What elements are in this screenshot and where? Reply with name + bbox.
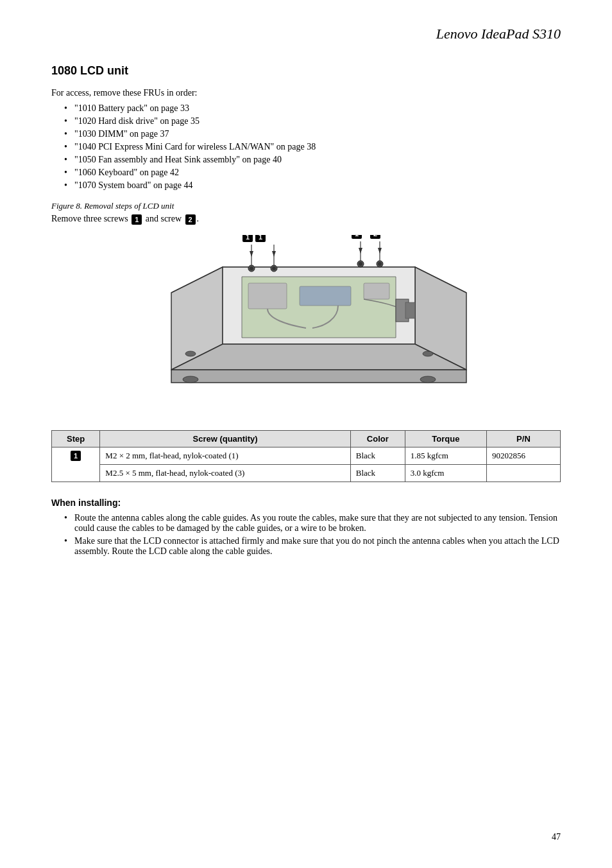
diagram-container: 1 1 1 2 (51, 235, 561, 415)
when-installing-list: Route the antenna cables along the cable… (64, 513, 561, 557)
figure-caption: Figure 8. Removal steps of LCD unit (51, 201, 561, 211)
fru-list: "1010 Battery pack" on page 33 "1020 Har… (64, 103, 561, 191)
table-row-2: M2.5 × 5 mm, flat-head, nylok-coated (3)… (52, 464, 561, 482)
svg-text:2: 2 (373, 235, 377, 238)
col-color: Color (350, 430, 405, 447)
remove-instruction: Remove three screws 1 and screw 2. (51, 214, 561, 225)
page-header-title: Lenovo IdeaPad S310 (436, 26, 561, 42)
col-torque: Torque (405, 430, 486, 447)
pn-1: 90202856 (486, 447, 560, 464)
install-bullet-1: Route the antenna cables along the cable… (64, 513, 561, 534)
color-2: Black (350, 464, 405, 482)
torque-2: 3.0 kgfcm (405, 464, 486, 482)
torque-1: 1.85 kgfcm (405, 447, 486, 464)
list-item: "1030 DIMM" on page 37 (64, 129, 561, 139)
pn-2 (486, 464, 560, 482)
svg-marker-20 (250, 251, 253, 257)
intro-text: For access, remove these FRUs in order: (51, 88, 561, 98)
screw-table: Step Screw (quantity) Color Torque P/N 1… (51, 430, 561, 482)
svg-point-17 (378, 262, 382, 266)
list-item: "1010 Battery pack" on page 33 (64, 103, 561, 114)
step-cell: 1 (52, 447, 100, 482)
list-item: "1040 PCI Express Mini Card for wireless… (64, 142, 561, 152)
svg-marker-28 (359, 248, 362, 254)
screw-desc-1: M2 × 2 mm, flat-head, nylok-coated (1) (100, 447, 350, 464)
col-step: Step (52, 430, 100, 447)
svg-point-50 (185, 351, 196, 356)
color-1: Black (350, 447, 405, 464)
col-pn: P/N (486, 430, 560, 447)
col-screw: Screw (quantity) (100, 430, 350, 447)
table-row: 1 M2 × 2 mm, flat-head, nylok-coated (1)… (52, 447, 561, 464)
screw-desc-2: M2.5 × 5 mm, flat-head, nylok-coated (3) (100, 464, 350, 482)
svg-point-48 (183, 376, 198, 383)
svg-rect-9 (364, 283, 389, 299)
svg-rect-7 (248, 283, 287, 309)
svg-rect-47 (405, 302, 415, 318)
svg-point-15 (359, 262, 362, 266)
install-bullet-2: Make sure that the LCD connector is atta… (64, 536, 561, 557)
lcd-unit-diagram: 1 1 1 2 (126, 235, 486, 415)
svg-point-51 (423, 351, 433, 356)
step1-badge: 1 (132, 214, 142, 225)
svg-point-13 (272, 266, 276, 270)
list-item: "1060 Keyboard" on page 42 (64, 168, 561, 178)
svg-point-11 (250, 266, 253, 270)
svg-point-49 (420, 376, 436, 383)
page-number: 47 (552, 832, 561, 842)
svg-text:1: 1 (246, 235, 250, 241)
svg-text:1: 1 (355, 235, 359, 238)
step-number-badge: 1 (71, 451, 81, 461)
step2-badge: 2 (185, 214, 196, 225)
svg-marker-29 (378, 248, 382, 254)
svg-rect-8 (300, 286, 351, 306)
list-item: "1020 Hard disk drive" on page 35 (64, 116, 561, 126)
list-item: "1050 Fan assembly and Heat Sink assembl… (64, 155, 561, 165)
when-installing-label: When installing: (51, 498, 561, 508)
section-title: 1080 LCD unit (51, 64, 561, 78)
svg-text:1: 1 (259, 235, 262, 241)
svg-marker-4 (171, 344, 466, 370)
list-item: "1070 System board" on page 44 (64, 180, 561, 191)
svg-marker-21 (272, 251, 276, 257)
